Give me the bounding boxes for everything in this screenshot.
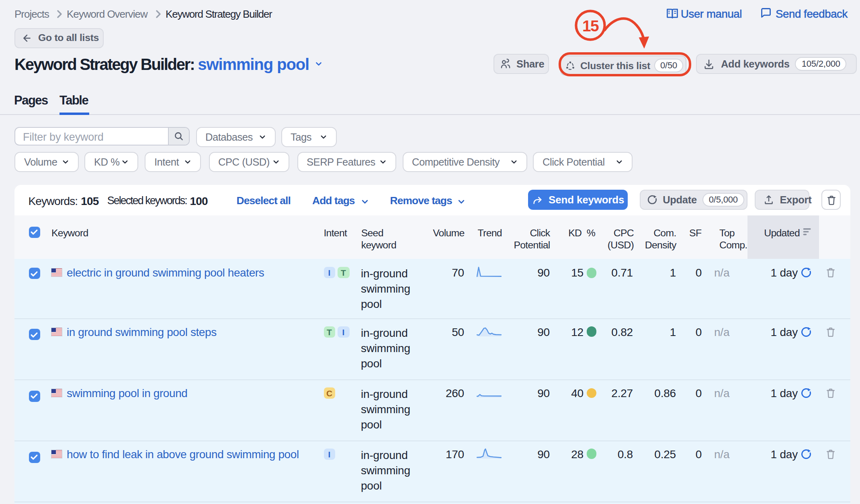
svg-text:15: 15 bbox=[582, 17, 599, 35]
